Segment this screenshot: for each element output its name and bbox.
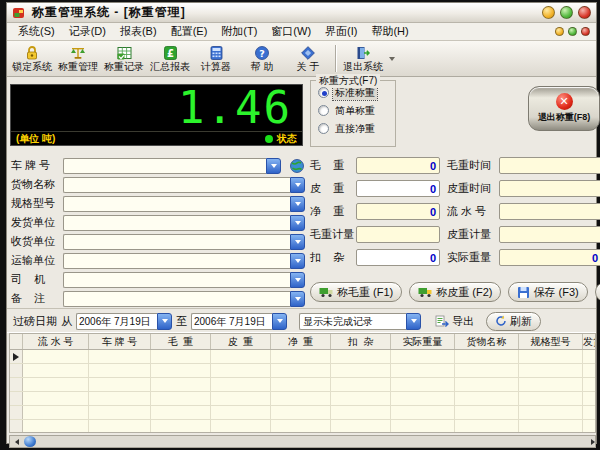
combo-field-7[interactable] — [63, 291, 305, 307]
gross-meter-field[interactable] — [356, 226, 440, 243]
mode-option-2[interactable]: 直接净重 — [318, 122, 395, 135]
combo-input[interactable] — [63, 272, 290, 288]
records-table[interactable]: 流 水 号车 牌 号毛 重皮 重净 重扣 杂实际重量货物名称规格型号发货单位 — [9, 333, 596, 433]
dropdown-icon[interactable] — [290, 215, 305, 231]
menu-item-7[interactable]: 帮助(H) — [364, 23, 415, 40]
combo-input[interactable] — [63, 215, 290, 231]
tare-meter-field[interactable] — [499, 226, 600, 243]
dropdown-icon[interactable] — [266, 158, 281, 174]
column-header-4[interactable]: 净 重 — [271, 334, 331, 349]
table-row[interactable] — [10, 406, 595, 420]
mode-option-1[interactable]: 简单称重 — [318, 104, 395, 117]
menu-item-6[interactable]: 界面(I) — [318, 23, 364, 40]
print-button[interactable]: 打印 (F5) — [595, 282, 600, 302]
record-filter-select[interactable]: 显示未完成记录 — [299, 313, 421, 330]
exit-system-button[interactable]: 退出系统 — [340, 41, 386, 76]
combo-field-5[interactable] — [63, 253, 305, 269]
horizontal-scrollbar[interactable] — [9, 435, 596, 448]
child-restore-button[interactable] — [568, 27, 577, 36]
gross-time-field[interactable] — [499, 157, 600, 174]
combo-field-2[interactable] — [63, 196, 305, 212]
summary-report-button[interactable]: £ 汇总报表 — [147, 41, 193, 76]
table-cell — [151, 406, 211, 419]
combo-field-6[interactable] — [63, 272, 305, 288]
combo-input[interactable] — [63, 253, 290, 269]
serial-number-field[interactable] — [499, 203, 600, 220]
maximize-button[interactable] — [560, 6, 573, 19]
menu-item-1[interactable]: 记录(D) — [62, 23, 113, 40]
radio-icon[interactable] — [318, 87, 329, 98]
menu-item-5[interactable]: 窗口(W) — [264, 23, 318, 40]
exit-weighing-button[interactable]: ✕ 退出称重(F8) — [528, 86, 600, 131]
weigh-manage-button[interactable]: 称重管理 — [55, 41, 101, 76]
column-header-9[interactable]: 发货单位 — [583, 334, 596, 349]
scrollbar-thumb[interactable] — [24, 436, 36, 447]
about-button[interactable]: 关 于 — [285, 41, 331, 76]
table-row[interactable] — [10, 378, 595, 392]
dropdown-icon[interactable] — [290, 196, 305, 212]
gross-weight-field[interactable]: 0 — [356, 157, 440, 174]
calculator-button[interactable]: 计算器 — [193, 41, 239, 76]
column-header-6[interactable]: 实际重量 — [391, 334, 455, 349]
combo-field-0[interactable] — [63, 158, 281, 174]
lock-system-button[interactable]: 锁定系统 — [9, 41, 55, 76]
toolbar-overflow-icon[interactable] — [389, 57, 395, 61]
combo-field-1[interactable] — [63, 177, 305, 193]
from-date-picker[interactable]: 2006年 7月19日 — [76, 313, 172, 330]
scroll-right-icon[interactable] — [582, 436, 595, 447]
weigh-gross-button[interactable]: 称毛重 (F1) — [310, 282, 402, 302]
close-button[interactable] — [578, 6, 591, 19]
radio-icon[interactable] — [318, 105, 329, 116]
tare-weight-field[interactable]: 0 — [356, 180, 440, 197]
weigh-tare-button[interactable]: 称皮重 (F2) — [409, 282, 501, 302]
dropdown-icon[interactable] — [290, 272, 305, 288]
tare-time-field[interactable] — [499, 180, 600, 197]
combo-field-3[interactable] — [63, 215, 305, 231]
table-row[interactable] — [10, 364, 595, 378]
menu-item-3[interactable]: 配置(E) — [164, 23, 215, 40]
globe-icon[interactable] — [289, 158, 305, 174]
menu-item-2[interactable]: 报表(B) — [113, 23, 164, 40]
child-minimize-button[interactable] — [555, 27, 564, 36]
column-header-0[interactable]: 流 水 号 — [23, 334, 89, 349]
column-header-8[interactable]: 规格型号 — [519, 334, 583, 349]
weigh-records-button[interactable]: 称重记录 — [101, 41, 147, 76]
deduct-field[interactable]: 0 — [356, 249, 440, 266]
column-header-7[interactable]: 货物名称 — [455, 334, 519, 349]
column-header-2[interactable]: 毛 重 — [151, 334, 211, 349]
combo-input[interactable] — [63, 291, 290, 307]
combo-input[interactable] — [63, 177, 290, 193]
refresh-button[interactable]: 刷新 — [486, 312, 541, 331]
record-filter-dropdown-icon[interactable] — [406, 313, 421, 330]
table-row[interactable] — [10, 350, 595, 364]
menu-item-4[interactable]: 附加(T) — [214, 23, 264, 40]
to-date-dropdown-icon[interactable] — [272, 313, 287, 330]
minimize-button[interactable] — [542, 6, 555, 19]
dropdown-icon[interactable] — [290, 234, 305, 250]
from-date-dropdown-icon[interactable] — [157, 313, 172, 330]
menu-item-0[interactable]: 系统(S) — [11, 23, 62, 40]
dropdown-icon[interactable] — [290, 253, 305, 269]
scroll-left-icon[interactable] — [10, 436, 23, 447]
table-cell — [391, 392, 455, 405]
combo-field-4[interactable] — [63, 234, 305, 250]
net-weight-field[interactable]: 0 — [356, 203, 440, 220]
child-close-button[interactable] — [581, 27, 590, 36]
combo-input[interactable] — [63, 158, 266, 174]
save-button[interactable]: 保存 (F3) — [508, 282, 587, 302]
table-row[interactable] — [10, 420, 595, 433]
export-button[interactable]: 导出 — [435, 314, 474, 329]
actual-weight-field[interactable]: 0 — [499, 249, 600, 266]
table-row[interactable] — [10, 392, 595, 406]
table-cell — [151, 392, 211, 405]
combo-input[interactable] — [63, 234, 290, 250]
help-button[interactable]: ? 帮 助 — [239, 41, 285, 76]
radio-icon[interactable] — [318, 123, 329, 134]
combo-input[interactable] — [63, 196, 290, 212]
dropdown-icon[interactable] — [290, 291, 305, 307]
dropdown-icon[interactable] — [290, 177, 305, 193]
column-header-5[interactable]: 扣 杂 — [331, 334, 391, 349]
column-header-3[interactable]: 皮 重 — [211, 334, 271, 349]
column-header-1[interactable]: 车 牌 号 — [89, 334, 151, 349]
to-date-picker[interactable]: 2006年 7月19日 — [191, 313, 287, 330]
